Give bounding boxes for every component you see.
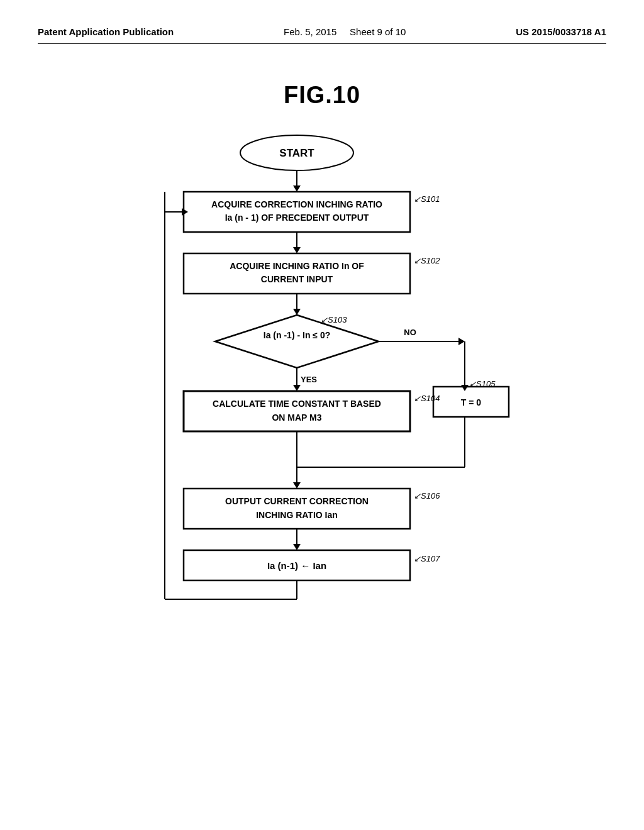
svg-marker-13 xyxy=(458,338,465,345)
start-label: START xyxy=(279,147,314,159)
sheet-label: Sheet 9 of 10 xyxy=(350,26,406,37)
page: Patent Application Publication Feb. 5, 2… xyxy=(0,0,644,830)
s101-line2: Ia (n - 1) OF PRECEDENT OUTPUT xyxy=(225,213,369,223)
svg-rect-23 xyxy=(184,489,410,529)
s105-label: ↙S105 xyxy=(469,379,496,389)
s104-line1: CALCULATE TIME CONSTANT T BASED xyxy=(213,399,381,409)
svg-marker-5 xyxy=(293,247,301,253)
header: Patent Application Publication Feb. 5, 2… xyxy=(38,25,606,44)
flowchart-svg: START ACQUIRE CORRECTION INCHING RATIO I… xyxy=(102,128,542,668)
s101-line1: ACQUIRE CORRECTION INCHING RATIO xyxy=(211,199,382,209)
s103-line1: Ia (n -1) - In ≤ 0? xyxy=(264,330,330,340)
s102-line1: ACQUIRE INCHING RATIO In OF xyxy=(230,261,364,271)
s106-line1: OUTPUT CURRENT CORRECTION xyxy=(225,496,369,506)
svg-marker-25 xyxy=(293,544,301,550)
s104-label: ↙S104 xyxy=(414,394,440,403)
publication-label: Patent Application Publication xyxy=(38,26,174,37)
s107-label: ↙S107 xyxy=(414,554,440,563)
s106-line2: INCHING RATIO Ian xyxy=(256,510,338,520)
date-label: Feb. 5, 2015 xyxy=(284,26,336,37)
svg-marker-22 xyxy=(293,482,301,489)
svg-rect-17 xyxy=(184,391,410,431)
header-center: Feb. 5, 2015 Sheet 9 of 10 xyxy=(284,25,406,38)
s104-line2: ON MAP M3 xyxy=(272,412,321,423)
no-label: NO xyxy=(404,328,416,337)
header-left: Patent Application Publication xyxy=(38,25,174,38)
header-right: US 2015/0033718 A1 xyxy=(516,25,606,38)
yes-label: YES xyxy=(301,375,317,384)
s102-line2: CURRENT INPUT xyxy=(261,274,333,284)
flowchart-container: START ACQUIRE CORRECTION INCHING RATIO I… xyxy=(102,128,542,671)
svg-marker-9 xyxy=(215,315,379,368)
s106-label: ↙S106 xyxy=(414,491,440,501)
svg-rect-6 xyxy=(184,253,410,294)
s101-label: ↙S101 xyxy=(414,194,440,204)
figure-title: FIG.10 xyxy=(38,82,606,109)
svg-marker-2 xyxy=(293,185,301,192)
svg-rect-3 xyxy=(184,192,410,232)
s105-text: T = 0 xyxy=(461,397,482,407)
patent-number: US 2015/0033718 A1 xyxy=(516,26,606,37)
svg-marker-8 xyxy=(293,309,301,315)
s102-label: ↙S102 xyxy=(414,256,440,265)
s107-text: Ia (n-1) ← Ian xyxy=(267,560,326,571)
s103-label: ↙S103 xyxy=(321,315,347,324)
